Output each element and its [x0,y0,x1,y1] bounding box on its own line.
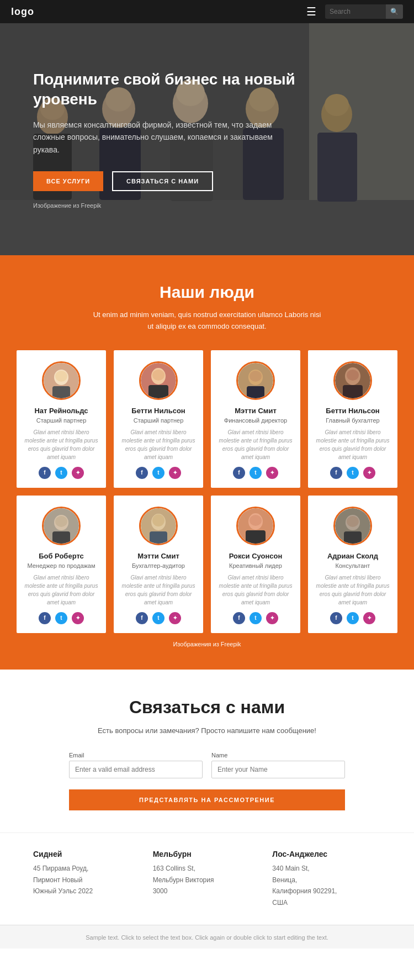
team-member-name: Бетти Нильсон [316,407,390,415]
social-links: ft✦ [219,612,293,624]
contact-hero-button[interactable]: СВЯЗАТЬСЯ С НАМИ [112,171,213,191]
svg-point-46 [250,515,262,526]
instagram-icon[interactable]: ✦ [363,467,375,479]
team-card: Рокси СуонсонКреативный лидерGlavi amet … [211,496,300,633]
social-links: ft✦ [316,612,390,624]
social-links: ft✦ [24,467,98,479]
location-address: 340 Main St, Веница, Калифорния 902291, … [272,863,381,908]
twitter-icon[interactable]: t [250,467,262,479]
contact-section: Связаться с нами Есть вопросы или замеча… [0,670,414,833]
hero-title: Поднимите свой бизнес на новый уровень [33,70,298,110]
twitter-icon[interactable]: t [347,612,359,624]
team-member-desc: Glavi amet ritnisi libero molestie ante … [219,428,293,461]
avatar [139,507,178,545]
team-member-name: Бетти Нильсон [121,407,195,415]
instagram-icon[interactable]: ✦ [169,467,181,479]
team-card: Мэтти СмитБухгалтер-аудиторGlavi amet ri… [114,496,203,633]
svg-rect-22 [52,386,70,398]
hero-subtitle: Мы являемся консалтинговой фирмой, извес… [33,119,298,156]
team-member-role: Финансовый директор [219,417,293,424]
twitter-icon[interactable]: t [250,612,262,624]
footer-sample-text: Sample text. Click to select the text bo… [86,934,328,941]
logo: logo [11,6,34,18]
facebook-icon[interactable]: f [233,612,245,624]
svg-point-38 [55,516,67,527]
twitter-icon[interactable]: t [347,467,359,479]
avatar [236,361,275,400]
svg-rect-31 [247,386,264,398]
svg-point-34 [347,370,359,381]
facebook-icon[interactable]: f [136,467,148,479]
facebook-icon[interactable]: f [39,467,51,479]
search-input[interactable] [325,8,386,15]
navbar-right: ☰ 🔍 [306,4,403,19]
people-credit: Изображения из Freepik [17,641,397,647]
hero-section: Поднимите свой бизнес на новый уровень М… [0,23,414,255]
locations-grid: Сидней45 Пиррама Роуд, Пирмонт Новый Южн… [33,850,381,908]
people-cards-row2: Боб РобертсМенеджер по продажамGlavi ame… [17,496,397,633]
avatar [42,507,81,545]
location-city: Мельбурн [153,850,262,858]
team-member-name: Нат Рейнольдс [24,407,98,415]
hamburger-icon[interactable]: ☰ [306,5,316,18]
team-card: Боб РобертсМенеджер по продажамGlavi ame… [17,496,106,633]
instagram-icon[interactable]: ✦ [363,612,375,624]
contact-title: Связаться с нами [17,697,397,718]
team-card: Нат РейнольдсСтарший партнерGlavi amet r… [17,350,106,488]
location-city: Сидней [33,850,142,858]
team-member-desc: Glavi amet ritnisi libero molestie ante … [24,428,98,461]
svg-point-50 [347,516,359,527]
email-input[interactable] [69,761,203,778]
twitter-icon[interactable]: t [55,467,67,479]
submit-button[interactable]: ПРЕДСТАВЛЯТЬ НА РАССМОТРЕНИЕ [69,789,345,810]
twitter-icon[interactable]: t [55,612,67,624]
team-member-role: Старший партнер [24,417,98,424]
team-card: Бетти НильсонСтарший партнерGlavi amet r… [114,350,203,488]
bottom-bar: Sample text. Click to select the text bo… [0,925,414,949]
location-item: Сидней45 Пиррама Роуд, Пирмонт Новый Южн… [33,850,142,908]
social-links: ft✦ [219,467,293,479]
hero-buttons: ВСЕ УСЛУГИ СВЯЗАТЬСЯ С НАМИ [33,171,298,191]
team-member-name: Рокси Суонсон [219,552,293,560]
team-member-desc: Glavi amet ritnisi libero molestie ante … [316,573,390,607]
facebook-icon[interactable]: f [39,612,51,624]
facebook-icon[interactable]: f [330,612,342,624]
services-button[interactable]: ВСЕ УСЛУГИ [33,171,103,191]
hero-credit: Изображение из Freepik [33,202,298,209]
instagram-icon[interactable]: ✦ [266,612,278,624]
avatar [333,361,372,400]
team-card: Бетти НильсонГлавный бухгалтерGlavi amet… [308,350,397,488]
twitter-icon[interactable]: t [152,467,164,479]
svg-point-23 [55,371,67,382]
instagram-icon[interactable]: ✦ [72,612,84,624]
name-input[interactable] [211,761,345,778]
people-section-subtitle: Ut enim ad minim veniam, quis nostrud ex… [91,309,323,333]
svg-point-42 [152,514,164,526]
search-button[interactable]: 🔍 [386,4,403,19]
people-section: Наши люди Ut enim ad minim veniam, quis … [0,255,414,670]
instagram-icon[interactable]: ✦ [72,467,84,479]
svg-rect-43 [150,531,167,544]
facebook-icon[interactable]: f [330,467,342,479]
locations-section: Сидней45 Пиррама Роуд, Пирмонт Новый Южн… [0,833,414,925]
facebook-icon[interactable]: f [136,612,148,624]
email-group: Email [69,752,203,778]
team-member-desc: Glavi amet ritnisi libero molestie ante … [219,573,293,607]
instagram-icon[interactable]: ✦ [266,467,278,479]
facebook-icon[interactable]: f [233,467,245,479]
team-member-desc: Glavi amet ritnisi libero molestie ante … [121,573,195,607]
team-member-desc: Glavi amet ritnisi libero molestie ante … [24,573,98,607]
team-member-name: Мэтти Смит [121,552,195,560]
team-member-role: Консультант [316,562,390,569]
location-address: 163 Collins St, Мельбурн Виктория 3000 [153,863,262,897]
team-member-role: Креативный лидер [219,562,293,569]
team-member-name: Мэтти Смит [219,407,293,415]
instagram-icon[interactable]: ✦ [169,612,181,624]
avatar [42,361,81,400]
hero-content: Поднимите свой бизнес на новый уровень М… [0,70,331,209]
twitter-icon[interactable]: t [152,612,164,624]
team-card: Мэтти СмитФинансовый директорGlavi amet … [211,350,300,488]
team-member-desc: Glavi amet ritnisi libero molestie ante … [121,428,195,461]
svg-rect-35 [343,385,363,398]
svg-rect-39 [52,531,70,544]
